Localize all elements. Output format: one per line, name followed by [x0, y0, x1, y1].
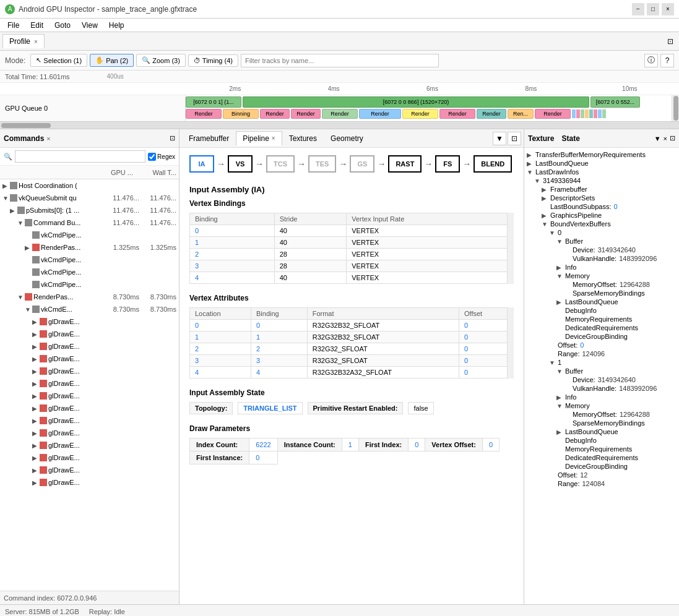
render-chip-8[interactable]: Render [477, 109, 506, 119]
center-expand-button[interactable]: ⊡ [508, 132, 521, 145]
state-tree[interactable]: ▶ TransferBufferMemoryRequirements ▶ Las… [524, 148, 679, 604]
tab-pipeline[interactable]: Pipeline × [236, 131, 282, 146]
pipe-ia[interactable]: IA [189, 155, 214, 173]
render-chip-4[interactable]: Render [322, 109, 358, 119]
tree-item-gldraw-1[interactable]: ▶glDrawE... [0, 315, 179, 328]
pipeline-tab-close[interactable]: × [272, 135, 275, 142]
tab-textures[interactable]: Textures [282, 131, 324, 146]
timeline-hscroll[interactable] [0, 121, 679, 129]
tree-item-gldraw-3[interactable]: ▶glDrawE... [0, 340, 179, 353]
rp-item-26[interactable]: Device: 3149342640 [524, 375, 679, 384]
commands-close[interactable]: × [46, 135, 50, 142]
tab-bar-expand[interactable]: ⊡ [664, 35, 677, 48]
render-chip-5[interactable]: Render [359, 109, 401, 119]
tree-item-vkcmdpipe2[interactable]: vkCmdPipe... [0, 254, 179, 266]
render-chip-3[interactable]: Render [291, 109, 321, 119]
expand-icon[interactable]: ▼ [2, 195, 10, 202]
pipe-fs[interactable]: FS [435, 155, 460, 173]
tree-item-gldraw-11[interactable]: ▶glDrawE... [0, 439, 179, 451]
zoom-button[interactable]: 🔍 Zoom (3) [136, 54, 186, 67]
tree-item-gldraw-2[interactable]: ▶glDrawE... [0, 328, 179, 340]
close-window-button[interactable]: × [662, 3, 674, 15]
rp-item-25[interactable]: ▼ Buffer [524, 367, 679, 375]
rp-item-10[interactable]: ▼ Buffer [524, 237, 679, 246]
rp-item-37[interactable]: Offset: 12 [524, 471, 679, 479]
help-button[interactable]: ? [660, 54, 674, 67]
expand-icon[interactable]: ▼ [556, 403, 565, 409]
render-chip-0[interactable]: Render [186, 109, 222, 119]
pipe-gs[interactable]: GS [350, 155, 374, 173]
gpu-tracks[interactable]: [6072 0 0 1] (1... [6072 0 0 866] (1520×… [186, 95, 672, 121]
expand-icon[interactable]: ▶ [556, 394, 565, 401]
tree-item-renderpass1[interactable]: ▶ RenderPas... 1.325ms 1.325ms [0, 241, 179, 254]
rp-item-18[interactable]: DebugInfo [524, 306, 679, 315]
rp-item-16[interactable]: SparseMemoryBindings [524, 289, 679, 297]
expand-icon[interactable]: ▼ [549, 229, 558, 236]
pipe-rast[interactable]: RAST [388, 155, 422, 173]
rp-close-btn[interactable]: × [664, 135, 667, 142]
tree-item-psubmits[interactable]: ▶ pSubmits[0]: (1 ... 11.476... 11.476..… [0, 204, 179, 216]
render-chip-7[interactable]: Render [439, 109, 475, 119]
expand-icon[interactable]: ▼ [534, 178, 543, 184]
track-bar-1[interactable]: [6072 0 0 1] (1... [186, 96, 241, 108]
filter-tracks-input[interactable] [241, 54, 439, 67]
tree-item-host[interactable]: ▶ Host Coordination ( [0, 179, 179, 192]
expand-icon[interactable]: ▶ [2, 182, 10, 189]
rp-item-19[interactable]: MemoryRequirements [524, 315, 679, 323]
commands-expand[interactable]: ⊡ [170, 134, 175, 142]
expand-icon[interactable]: ▼ [527, 169, 535, 176]
rp-item-2[interactable]: ▼ LastDrawInfos [524, 168, 679, 176]
tree-item-vkcmdpipe1[interactable]: vkCmdPipe... [0, 229, 179, 241]
expand-icon[interactable]: ▼ [556, 238, 565, 245]
rp-item-13[interactable]: ▶ Info [524, 263, 679, 272]
expand-icon[interactable]: ▶ [556, 429, 565, 435]
rp-expand-btn[interactable]: ⊡ [670, 134, 675, 142]
rp-item-28[interactable]: ▶ Info [524, 393, 679, 401]
rp-item-12[interactable]: VulkanHandle: 1483992096 [524, 254, 679, 263]
pipe-tcs[interactable]: TCS [266, 155, 295, 173]
commands-tree[interactable]: ▶ Host Coordination ( ▼ vkQueueSubmit qu… [0, 179, 179, 591]
tree-item-gldraw-9[interactable]: ▶glDrawE... [0, 414, 179, 427]
rp-item-24[interactable]: ▼ 1 [524, 358, 679, 367]
rp-item-22[interactable]: Offset: 0 [524, 341, 679, 349]
menu-edit[interactable]: Edit [25, 20, 48, 31]
expand-icon[interactable]: ▶ [542, 186, 550, 193]
expand-icon[interactable]: ▼ [17, 294, 25, 301]
vb-scrollbar[interactable] [508, 213, 514, 284]
render-chip-6[interactable]: Render [402, 109, 438, 119]
rp-item-36[interactable]: DeviceGroupBinding [524, 462, 679, 471]
rp-item-14[interactable]: ▼ Memory [524, 272, 679, 280]
profile-tab-close[interactable]: × [34, 38, 38, 45]
pan-button[interactable]: ✋ Pan (2) [90, 54, 134, 67]
info-button[interactable]: ⓘ [644, 54, 658, 67]
rp-item-3[interactable]: ▼ 3149336944 [524, 176, 679, 185]
expand-icon[interactable]: ▼ [549, 359, 558, 366]
rp-item-17[interactable]: ▶ LastBoundQueue [524, 297, 679, 306]
rp-item-7[interactable]: ▶ GraphicsPipeline [524, 211, 679, 220]
pipe-blend[interactable]: BLEND [474, 155, 512, 173]
rp-item-4[interactable]: ▶ Framebuffer [524, 185, 679, 194]
rp-item-27[interactable]: VulkanHandle: 1483992096 [524, 384, 679, 393]
tree-item-gldraw-14[interactable]: ▶glDrawE... [0, 476, 179, 489]
tree-item-vkcmdpipe3[interactable]: vkCmdPipe... [0, 266, 179, 278]
regex-checkbox[interactable] [148, 153, 156, 161]
rp-item-31[interactable]: SparseMemoryBindings [524, 419, 679, 427]
render-chip-1[interactable]: Binning [223, 109, 259, 119]
rp-item-9[interactable]: ▼ 0 [524, 228, 679, 237]
render-chip-2[interactable]: Render [260, 109, 290, 119]
selection-button[interactable]: ↖ Selection (1) [30, 54, 87, 67]
rp-item-23[interactable]: Range: 124096 [524, 349, 679, 358]
rp-item-38[interactable]: Range: 124084 [524, 479, 679, 488]
tree-item-vkcmde[interactable]: ▼ vkCmdE... 8.730ms 8.730ms [0, 303, 179, 315]
tree-item-vkcmdpipe4[interactable]: vkCmdPipe... [0, 278, 179, 291]
pipe-tes[interactable]: TES [308, 155, 336, 173]
tree-item-gldraw-12[interactable]: ▶glDrawE... [0, 451, 179, 464]
tree-item-vkqueue[interactable]: ▼ vkQueueSubmit qu 11.476... 11.476... [0, 192, 179, 204]
rp-item-1[interactable]: ▶ LastBoundQueue [524, 159, 679, 168]
expand-icon[interactable]: ▼ [542, 221, 550, 228]
center-tab-dropdown[interactable]: ▼ [493, 132, 506, 145]
rp-item-33[interactable]: DebugInfo [524, 436, 679, 445]
rp-item-15[interactable]: MemoryOffset: 12964288 [524, 280, 679, 289]
tree-item-gldraw-4[interactable]: ▶glDrawE... [0, 353, 179, 365]
timing-button[interactable]: ⏱ Timing (4) [188, 54, 238, 67]
